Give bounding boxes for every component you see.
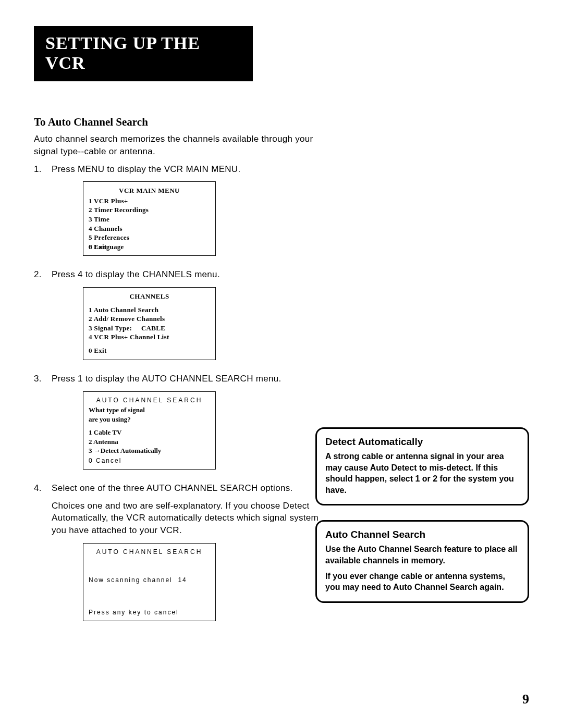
step-text: Press 1 to display the AUTO CHANNEL SEAR… [52, 374, 282, 384]
callout-heading: Detect Automatically [325, 436, 519, 448]
channels-menu-screenshot: CHANNELS 1 Auto Channel Search 2 Add/ Re… [83, 287, 216, 360]
menu-title: VCR MAIN MENU [89, 186, 210, 195]
step-number: 4. [34, 482, 42, 495]
menu-item: 5 Preferences [89, 233, 210, 242]
menu-item: 4 VCR Plus+ Channel List [89, 332, 210, 342]
menu-cancel-hint: Press any key to cancel [89, 608, 179, 616]
page: SETTING UP THE VCR To Auto Channel Searc… [0, 0, 563, 728]
menu-title: CHANNELS [89, 292, 210, 301]
step-4: 4. Select one of the three AUTO CHANNEL … [34, 482, 326, 621]
callout-detect-automatically: Detect Automatically A strong cable or a… [315, 427, 529, 505]
step-number: 3. [34, 373, 42, 385]
menu-item: 2 Timer Recordings [89, 205, 210, 215]
menu-item: 4 Channels [89, 224, 210, 233]
page-number: 9 [522, 692, 529, 707]
vcr-main-menu-screenshot: VCR MAIN MENU 1 VCR Plus+ 2 Timer Record… [83, 181, 216, 256]
scanning-status: Now scanning channel 14 [89, 576, 210, 584]
scanning-menu-screenshot: AUTO CHANNEL SEARCH Now scanning channel… [83, 543, 216, 621]
chapter-banner: SETTING UP THE VCR [34, 26, 253, 81]
step-text: Select one of the three AUTO CHANNEL SEA… [52, 483, 293, 493]
steps-list: 1. Press MENU to display the VCR MAIN ME… [34, 163, 326, 621]
menu-item: 2 Add/ Remove Channels [89, 314, 210, 324]
step-4-detail: Choices one and two are self-explanatory… [52, 500, 326, 537]
menu-item: 2 Antenna [89, 437, 210, 447]
menu-item: 1 VCR Plus+ [89, 196, 210, 206]
menu-item: 1 Auto Channel Search [89, 305, 210, 315]
sidebar-callouts: Detect Automatically A strong cable or a… [315, 427, 529, 618]
intro-paragraph: Auto channel search memorizes the channe… [34, 133, 326, 158]
callout-body: If you ever change cable or antenna syst… [325, 571, 519, 593]
menu-item: 3 →Detect Automatically [89, 446, 210, 455]
callout-auto-channel-search: Auto Channel Search Use the Auto Channel… [315, 520, 529, 602]
menu-title: AUTO CHANNEL SEARCH [89, 548, 210, 556]
auto-channel-search-menu-screenshot: AUTO CHANNEL SEARCH What type of signal … [83, 391, 216, 470]
step-text: Press 4 to display the CHANNELS menu. [52, 269, 220, 279]
menu-exit: 0 Exit [89, 346, 107, 355]
callout-heading: Auto Channel Search [325, 529, 519, 540]
menu-exit: 0 Exit [89, 242, 107, 252]
step-number: 2. [34, 268, 42, 281]
callout-body: A strong cable or antenna signal in your… [325, 451, 519, 496]
menu-question: What type of signal [89, 405, 210, 415]
menu-question: are you using? [89, 415, 210, 424]
step-3: 3. Press 1 to display the AUTO CHANNEL S… [34, 373, 326, 470]
step-number: 1. [34, 163, 42, 176]
callout-body: Use the Auto Channel Search feature to p… [325, 544, 519, 566]
section-heading: To Auto Channel Search [34, 116, 529, 129]
menu-cancel: 0 Cancel [89, 456, 121, 465]
step-1: 1. Press MENU to display the VCR MAIN ME… [34, 163, 326, 256]
menu-title: AUTO CHANNEL SEARCH [89, 396, 210, 404]
step-text: Press MENU to display the VCR MAIN MENU. [52, 164, 240, 174]
step-2: 2. Press 4 to display the CHANNELS menu.… [34, 268, 326, 360]
menu-item: 3 Time [89, 215, 210, 224]
menu-item: 3 Signal Type: CABLE [89, 324, 210, 333]
menu-item: 1 Cable TV [89, 428, 210, 437]
